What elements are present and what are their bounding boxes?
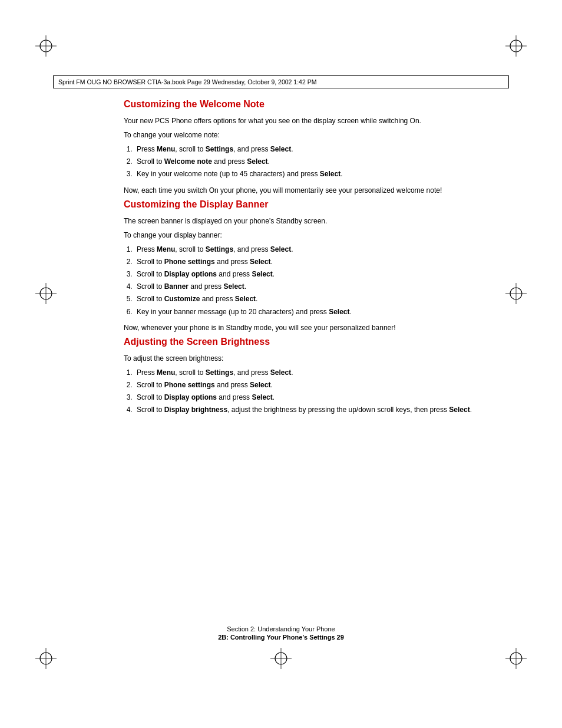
list-item: Press Menu, scroll to Settings, and pres…: [134, 144, 503, 155]
section-welcome-presteps: To change your welcome note:: [124, 130, 503, 140]
section-banner-presteps: To change your display banner:: [124, 230, 503, 241]
section-brightness-presteps: To adjust the screen brightness:: [124, 353, 503, 364]
list-item: Scroll to Banner and press Select.: [134, 281, 503, 292]
footer-line1: Section 2: Understanding Your Phone: [0, 625, 562, 633]
reg-mark-bot-left: [35, 648, 57, 669]
reg-mark-bot-mid: [270, 648, 292, 669]
list-item: Press Menu, scroll to Settings, and pres…: [134, 244, 503, 255]
list-item: Scroll to Phone settings and press Selec…: [134, 380, 503, 391]
list-item: Scroll to Display options and press Sele…: [134, 392, 503, 403]
reg-mark-mid-left: [35, 283, 57, 304]
header-bar: Sprint FM OUG NO BROWSER CTIA-3a.book Pa…: [53, 75, 509, 88]
section-banner-outro: Now, whenever your phone is in Standby m…: [124, 322, 503, 333]
section-welcome-intro: Your new PCS Phone offers options for wh…: [124, 116, 503, 126]
section-banner-steps: Press Menu, scroll to Settings, and pres…: [134, 244, 503, 318]
section-title-screen-brightness: Adjusting the Screen Brightness: [124, 337, 503, 347]
list-item: Scroll to Customize and press Select.: [134, 294, 503, 305]
list-item: Scroll to Display options and press Sele…: [134, 269, 503, 280]
main-content: Customizing the Welcome Note Your new PC…: [124, 99, 503, 634]
list-item: Press Menu, scroll to Settings, and pres…: [134, 367, 503, 378]
list-item: Scroll to Display brightness, adjust the…: [134, 404, 503, 416]
reg-mark-top-right: [505, 35, 527, 57]
reg-mark-bot-right: [505, 648, 527, 669]
section-title-display-banner: Customizing the Display Banner: [124, 199, 503, 210]
list-item: Scroll to Phone settings and press Selec…: [134, 256, 503, 268]
section-screen-brightness: Adjusting the Screen Brightness To adjus…: [124, 337, 503, 416]
footer-line2: 2B: Controlling Your Phone’s Settings 29: [0, 634, 562, 641]
list-item: Key in your banner message (up to 20 cha…: [134, 307, 503, 318]
section-title-welcome-note: Customizing the Welcome Note: [124, 99, 503, 110]
section-display-banner: Customizing the Display Banner The scree…: [124, 199, 503, 333]
section-welcome-outro: Now, each time you switch On your phone,…: [124, 185, 503, 196]
section-welcome-note: Customizing the Welcome Note Your new PC…: [124, 99, 503, 196]
footer: Section 2: Understanding Your Phone 2B: …: [0, 625, 562, 641]
list-item: Scroll to Welcome note and press Select.: [134, 156, 503, 167]
page: Sprint FM OUG NO BROWSER CTIA-3a.book Pa…: [0, 0, 562, 728]
section-banner-intro: The screen banner is displayed on your p…: [124, 216, 503, 226]
header-file-info: Sprint FM OUG NO BROWSER CTIA-3a.book Pa…: [58, 78, 316, 85]
reg-mark-top-left: [35, 35, 57, 57]
list-item: Key in your welcome note (up to 45 chara…: [134, 169, 503, 180]
section-brightness-steps: Press Menu, scroll to Settings, and pres…: [134, 367, 503, 416]
section-welcome-steps: Press Menu, scroll to Settings, and pres…: [134, 144, 503, 180]
reg-mark-mid-right: [505, 283, 527, 304]
